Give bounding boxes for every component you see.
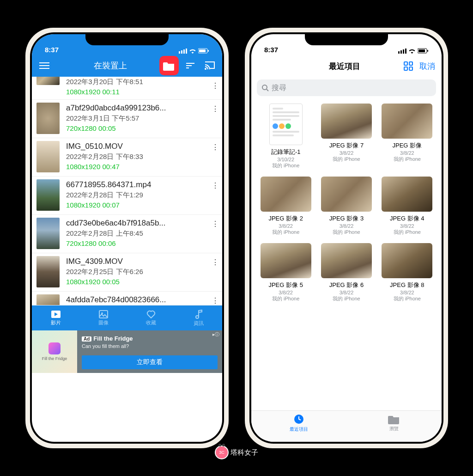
svg-rect-24 — [418, 49, 425, 52]
video-filename: 667718955.864371.mp4 — [66, 180, 218, 189]
tab-0[interactable]: 影片 — [32, 305, 79, 330]
file-item[interactable]: JPEG 影像 33/8/22我的 iPhone — [319, 177, 373, 236]
svg-rect-29 — [409, 67, 412, 70]
ad-banner[interactable]: Fill the Fridge AdFill the Fridge Can yo… — [32, 330, 222, 373]
sort-icon[interactable] — [182, 58, 198, 73]
video-row[interactable]: IMG_0510.MOV 2022年2月28日 下午8:33 1080x1920… — [32, 138, 222, 177]
file-thumbnail — [382, 177, 432, 212]
file-location: 我的 iPhone — [394, 229, 421, 236]
more-icon[interactable]: ⋮ — [212, 220, 218, 228]
tab-label: 最近項目 — [290, 426, 308, 433]
files-tab-1[interactable]: 瀏覽 — [346, 411, 442, 435]
ad-title: Fill the Fridge — [93, 335, 133, 342]
header-title: 在裝置上 — [65, 60, 156, 71]
video-resolution: 720x1280 00:06 — [66, 239, 218, 247]
file-name: JPEG 影像 4 — [390, 214, 424, 223]
video-list[interactable]: 2022年3月20日 下午8:511080x1920 00:11 ⋮ a7bf2… — [32, 77, 222, 305]
ad-image: Fill the Fridge — [32, 330, 77, 373]
video-date: 2022年2月28日 下午8:33 — [66, 153, 218, 161]
tab-1[interactable]: 圖像 — [79, 305, 127, 330]
files-tab-0[interactable]: 最近項目 — [251, 411, 346, 435]
svg-rect-27 — [409, 62, 412, 65]
file-item[interactable]: JPEG 影像3/8/22我的 iPhone — [380, 104, 434, 169]
file-item[interactable]: JPEG 影像 73/8/22我的 iPhone — [319, 104, 373, 169]
more-icon[interactable]: ⋮ — [212, 181, 218, 190]
files-header: 最近項目 取消 — [251, 55, 442, 78]
svg-rect-21 — [403, 49, 404, 54]
video-row[interactable]: IMG_4309.MOV 2022年2月25日 下午6:26 1080x1920… — [32, 253, 222, 292]
ad-close-icon[interactable]: ▸ⓘ — [212, 331, 219, 338]
video-row[interactable]: cdd73e0be6ac4b7f918a5b... 2022年2月28日 上午8… — [32, 215, 222, 253]
file-location: 我的 iPhone — [394, 295, 421, 302]
file-date: 3/8/22 — [340, 150, 354, 156]
file-location: 我的 iPhone — [272, 295, 299, 302]
search-input[interactable]: 搜尋 — [257, 79, 436, 96]
svg-rect-6 — [208, 50, 209, 52]
svg-rect-5 — [199, 49, 206, 52]
tab-label: 瀏覽 — [389, 426, 399, 432]
file-item[interactable]: JPEG 影像 53/8/22我的 iPhone — [259, 243, 313, 302]
grid-toggle-icon[interactable] — [404, 61, 413, 71]
more-icon[interactable]: ⋮ — [212, 258, 218, 267]
ad-badge: Ad — [82, 336, 91, 342]
search-icon — [261, 84, 269, 92]
phone-right: 8:37 最近項目 取消 搜尋 記錄筆記-13/10/22我的 iPhoneJP… — [245, 28, 448, 448]
tab-icon — [293, 414, 304, 425]
file-item[interactable]: JPEG 影像 63/8/22我的 iPhone — [319, 243, 373, 302]
file-item[interactable]: JPEG 影像 83/8/22我的 iPhone — [380, 243, 434, 302]
tab-label: 影片 — [51, 319, 61, 326]
file-thumbnail — [382, 104, 432, 139]
cast-icon[interactable] — [202, 58, 218, 73]
more-icon[interactable]: ⋮ — [212, 81, 218, 90]
file-thumbnail — [321, 177, 372, 212]
video-date: 2022年2月28日 上午8:45 — [66, 229, 218, 238]
tab-2[interactable]: 收藏 — [127, 305, 175, 330]
files-grid[interactable]: 記錄筆記-13/10/22我的 iPhoneJPEG 影像 73/8/22我的 … — [251, 102, 442, 304]
tab-icon — [388, 414, 400, 424]
ad-cta-button[interactable]: 立即查看 — [82, 355, 218, 369]
menu-icon[interactable] — [36, 58, 52, 73]
video-resolution: 720x1280 00:05 — [66, 124, 218, 132]
file-date: 3/8/22 — [400, 150, 414, 156]
file-date: 3/8/22 — [400, 223, 414, 229]
more-icon[interactable]: ⋮ — [212, 104, 218, 113]
svg-line-31 — [267, 89, 268, 91]
svg-rect-20 — [400, 50, 402, 54]
file-item[interactable]: JPEG 影像 43/8/22我的 iPhone — [380, 177, 434, 236]
file-thumbnail — [269, 104, 303, 145]
watermark: 3C 塔科女子 — [215, 445, 258, 459]
file-name: JPEG 影像 — [393, 141, 422, 150]
video-row[interactable]: 2022年3月20日 下午8:511080x1920 00:11 ⋮ — [32, 77, 222, 100]
video-row[interactable]: 4afdda7ebc784d00823666... ⋮ — [32, 292, 222, 305]
video-thumbnail — [36, 103, 60, 134]
file-item[interactable]: JPEG 影像 23/8/22我的 iPhone — [259, 177, 313, 236]
file-item[interactable]: 記錄筆記-13/10/22我的 iPhone — [259, 104, 313, 169]
video-thumbnail — [36, 256, 60, 287]
file-name: JPEG 影像 5 — [268, 281, 303, 289]
more-icon[interactable]: ⋮ — [212, 296, 218, 305]
video-row[interactable]: a7bf29d0abcd4a999123b6... 2022年3月1日 下午5:… — [32, 100, 222, 138]
video-date: 2022年3月1日 下午5:57 — [66, 114, 218, 123]
tab-icon — [146, 310, 156, 318]
tab-label: 收藏 — [146, 319, 156, 326]
folder-icon[interactable] — [161, 58, 177, 73]
tab-3[interactable]: 資訊 — [175, 305, 222, 330]
file-date: 3/8/22 — [279, 290, 293, 295]
svg-rect-2 — [183, 49, 185, 54]
more-icon[interactable]: ⋮ — [212, 143, 218, 152]
file-thumbnail — [261, 177, 311, 212]
notch — [305, 32, 388, 45]
svg-rect-1 — [181, 50, 182, 54]
cancel-button[interactable]: 取消 — [419, 61, 435, 72]
video-thumbnail — [36, 218, 60, 249]
status-time: 8:37 — [45, 46, 59, 54]
file-location: 我的 iPhone — [272, 162, 299, 169]
video-date: 2022年3月20日 下午8:51 — [66, 78, 218, 86]
file-name: JPEG 影像 7 — [329, 141, 364, 150]
video-row[interactable]: 667718955.864371.mp4 2022年2月28日 下午1:29 1… — [32, 177, 222, 215]
video-thumbnail — [36, 77, 60, 85]
video-resolution: 1080x1920 00:07 — [66, 201, 218, 209]
svg-rect-0 — [179, 51, 180, 54]
video-thumbnail — [36, 179, 60, 211]
svg-rect-19 — [398, 51, 400, 54]
